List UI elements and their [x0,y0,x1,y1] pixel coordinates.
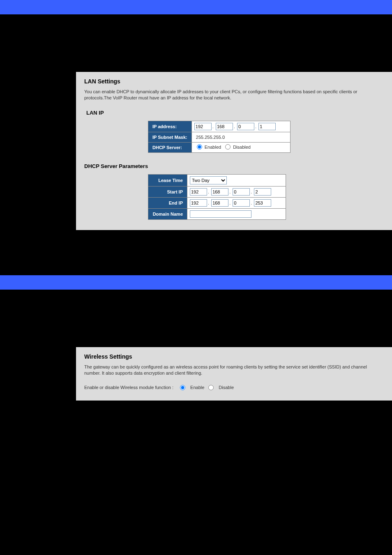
end-ip-label: End IP [148,197,187,208]
end-ip-octet-4[interactable] [254,199,271,207]
gap-4 [0,401,392,555]
dhcp-params-heading: DHCP Server Parameters [84,163,384,169]
end-ip-octet-2[interactable] [211,199,228,207]
lan-settings-panel: LAN Settings You can enable DHCP to dyna… [76,72,392,230]
start-ip-octet-3[interactable] [233,188,250,196]
subnet-mask-label: IP Subnet Mask: [148,132,192,142]
ip-octet-2[interactable] [216,123,233,130]
ip-octet-3[interactable] [237,123,254,130]
end-ip-value: . . . [187,197,286,208]
lan-settings-description: You can enable DHCP to dynamically alloc… [84,89,384,101]
wireless-disable-radio[interactable] [208,385,214,390]
wireless-settings-panel: Wireless Settings The gateway can be qui… [76,347,392,401]
gap-2 [0,230,392,275]
lan-ip-table: IP address: . . . IP Subnet Mask: 255.25… [148,121,291,153]
domain-name-label: Domain Name [148,208,187,219]
ip-address-label: IP address: [148,121,192,132]
wireless-settings-title: Wireless Settings [84,353,384,360]
domain-name-value [187,208,286,219]
end-ip-octet-3[interactable] [233,199,250,207]
domain-name-input[interactable] [190,210,251,218]
wireless-toggle-text: Enable or disable Wireless module functi… [84,385,173,390]
dhcp-enabled-label: Enabled [205,145,221,150]
dhcp-server-label: DHCP Server: [148,142,192,152]
subnet-mask-value: 255.255.255.0 [191,132,290,142]
dhcp-enabled-radio[interactable] [197,144,202,150]
dhcp-disabled-label: Disabled [233,145,251,150]
ip-address-value: . . . [191,121,290,132]
wireless-settings-description: The gateway can be quickly configured as… [84,364,384,377]
lan-ip-heading: LAN IP [86,110,384,116]
gap-1 [0,14,392,72]
start-ip-label: Start IP [148,186,187,197]
lease-time-select[interactable]: Two Day [190,176,227,184]
end-ip-octet-1[interactable] [190,199,207,207]
top-blue-bar [0,0,392,14]
ip-octet-4[interactable] [258,123,276,130]
start-ip-value: . . . [187,186,286,197]
lease-time-value: Two Day [187,174,286,186]
gap-3 [0,290,392,347]
wireless-disable-label: Disable [219,385,234,390]
start-ip-octet-4[interactable] [254,188,271,196]
lan-settings-title: LAN Settings [84,78,384,85]
lease-time-label: Lease Time [148,174,187,186]
ip-octet-1[interactable] [194,123,212,130]
dhcp-disabled-radio[interactable] [225,144,231,150]
start-ip-octet-2[interactable] [211,188,228,196]
dhcp-server-value: Enabled Disabled [191,142,290,152]
wireless-enable-label: Enable [190,385,204,390]
wireless-enable-radio[interactable] [180,385,185,390]
mid-blue-bar [0,275,392,290]
wireless-enable-row: Enable or disable Wireless module functi… [84,385,384,390]
start-ip-octet-1[interactable] [190,188,207,196]
dhcp-params-table: Lease Time Two Day Start IP . . . End IP… [148,174,286,220]
